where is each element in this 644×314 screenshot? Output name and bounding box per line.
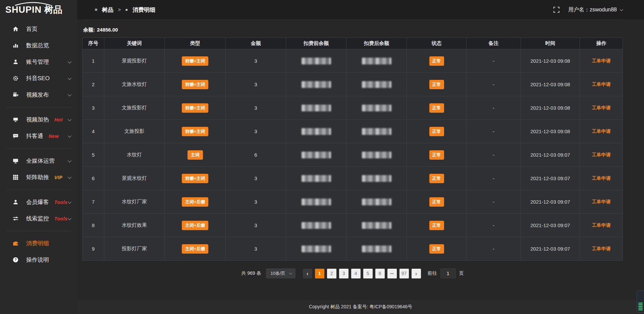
type-badge: 前缀+主词: [182, 174, 209, 183]
sidebar-item-消费明细[interactable]: 消费明细: [0, 235, 77, 252]
table-row: 2文旅水纹灯前缀+主词3正常-2021-12-03 09:08工单申请: [83, 73, 623, 96]
column-header: 序号: [83, 38, 104, 49]
cell-seq: 4: [83, 120, 104, 143]
cell-amount: 3: [226, 49, 286, 73]
cell-time: 2021-12-03 09:07: [521, 237, 580, 261]
cell-time: 2021-12-03 09:08: [521, 96, 580, 120]
work-order-link[interactable]: 工单申请: [592, 82, 611, 87]
sidebar-item-线索监控[interactable]: 线索监控Tools: [0, 210, 77, 227]
type-badge: 主词+后缀: [182, 221, 209, 230]
redacted-value: [302, 246, 331, 252]
redacted-value: [362, 175, 391, 182]
page-button-5[interactable]: 5: [363, 269, 373, 278]
work-order-link[interactable]: 工单申请: [592, 199, 611, 204]
status-badge: 正常: [429, 127, 444, 136]
cell-status: 正常: [407, 237, 467, 261]
user-icon: [13, 199, 19, 205]
work-order-link[interactable]: 工单申请: [592, 152, 611, 157]
work-order-link[interactable]: 工单申请: [592, 222, 611, 228]
page-button-3[interactable]: 3: [339, 269, 348, 278]
chevron-down-icon: [68, 216, 71, 220]
sidebar-item-label: 全媒体运营: [26, 157, 55, 165]
sidebar-item-首页[interactable]: 首页: [0, 21, 77, 37]
fullscreen-icon[interactable]: [553, 7, 559, 13]
sidebar-item-抖音SEO[interactable]: 抖音SEO: [0, 70, 77, 87]
breadcrumb-separator: >: [118, 7, 121, 12]
sidebar-item-会员爆客[interactable]: 会员爆客Tools: [0, 194, 77, 210]
menu-divider: [6, 148, 71, 149]
cell-remark: -: [467, 214, 521, 237]
sliders-icon: [13, 216, 19, 221]
sidebar-item-视频发布[interactable]: 视频发布: [0, 87, 77, 103]
cell-status: 正常: [407, 49, 467, 73]
prev-page-button[interactable]: ‹: [303, 269, 312, 278]
sidebar-item-抖客通[interactable]: 抖客通New: [0, 128, 77, 144]
cell-balance-after: [346, 190, 407, 214]
green-bar: [638, 303, 643, 304]
cell-time: 2021-12-03 09:08: [521, 49, 580, 73]
cell-keyword: 文旅水纹灯: [104, 73, 165, 96]
cell-time: 2021-12-03 09:07: [521, 167, 580, 190]
breadcrumb-item-树品[interactable]: 树品: [95, 6, 113, 14]
cell-keyword: 景观水纹灯: [104, 167, 165, 190]
sidebar-item-操作说明[interactable]: ?操作说明: [0, 252, 77, 268]
sidebar-item-视频加热[interactable]: 视频加热Hot: [0, 111, 77, 128]
pagination-total: 共 969 条: [241, 270, 261, 276]
page-size-select[interactable]: 10条/页: [266, 268, 296, 278]
screen-icon: [13, 117, 19, 122]
menu-divider: [6, 107, 71, 107]
goto-page-input[interactable]: [440, 268, 456, 278]
username-value: zswodun88: [590, 7, 617, 13]
redacted-value: [302, 222, 331, 229]
page-button-6[interactable]: 6: [375, 269, 385, 278]
redacted-value: [362, 105, 391, 111]
user-dropdown[interactable]: 用户名： zswodun88: [568, 6, 622, 13]
work-order-link[interactable]: 工单申请: [592, 175, 611, 181]
page-button-1[interactable]: 1: [315, 269, 324, 278]
cell-keyword: 水纹灯效果: [104, 214, 165, 237]
cell-time: 2021-12-03 09:08: [521, 73, 580, 96]
page-button-2[interactable]: 2: [327, 269, 336, 278]
next-page-button[interactable]: ›: [412, 269, 421, 278]
sidebar-badge: New: [49, 134, 59, 139]
brand-logo[interactable]: SHUPIN 树品: [0, 0, 77, 19]
wallet-icon: [13, 241, 19, 246]
consumption-table: 序号关键词类型金额扣费前余额扣费后余额状态备注时间操作 1景观投影灯前缀+主词3…: [82, 38, 623, 261]
redacted-value: [362, 222, 391, 229]
sidebar-item-全媒体运营[interactable]: 全媒体运营: [0, 153, 77, 169]
user-icon: [13, 59, 19, 65]
green-bar: [638, 306, 643, 307]
green-bar: [638, 304, 643, 305]
cell-amount: 3: [226, 214, 286, 237]
chevron-down-icon: [68, 134, 71, 137]
cell-remark: -: [467, 49, 521, 73]
column-header: 状态: [407, 38, 467, 49]
redacted-value: [362, 152, 391, 158]
cell-remark: -: [467, 167, 521, 190]
breadcrumb-item-消费明细[interactable]: 消费明细: [125, 6, 155, 14]
sidebar-item-label: 会员爆客: [26, 198, 49, 206]
work-order-link[interactable]: 工单申请: [592, 128, 611, 134]
chevron-right-icon: ›: [415, 271, 417, 276]
page-button-4[interactable]: 4: [351, 269, 361, 278]
table-row: 6景观水纹灯前缀+主词3正常-2021-12-03 09:07工单申请: [83, 167, 623, 190]
work-order-link[interactable]: 工单申请: [592, 246, 611, 251]
cell-status: 正常: [407, 143, 467, 167]
cell-type: 主词: [165, 143, 226, 167]
cell-seq: 2: [83, 73, 104, 96]
redacted-value: [362, 81, 391, 88]
sidebar-item-label: 抖音SEO: [26, 74, 50, 82]
work-order-link[interactable]: 工单申请: [592, 105, 611, 110]
table-header-row: 序号关键词类型金额扣费前余额扣费后余额状态备注时间操作: [83, 38, 623, 49]
page-button-97[interactable]: 97: [399, 269, 409, 278]
corner-widget[interactable]: [637, 291, 644, 313]
cell-balance-before: [286, 120, 346, 143]
sidebar-item-账号管理[interactable]: 账号管理: [0, 54, 77, 70]
sidebar-item-数据总览[interactable]: 数据总览: [0, 37, 77, 54]
work-order-link[interactable]: 工单申请: [592, 58, 611, 63]
ellipsis-button[interactable]: •••: [387, 269, 397, 278]
sidebar-item-矩阵助推[interactable]: 矩阵助推VIP: [0, 169, 77, 186]
menu-divider: [6, 231, 71, 231]
cell-balance-before: [286, 73, 346, 96]
column-header: 关键词: [104, 38, 165, 49]
